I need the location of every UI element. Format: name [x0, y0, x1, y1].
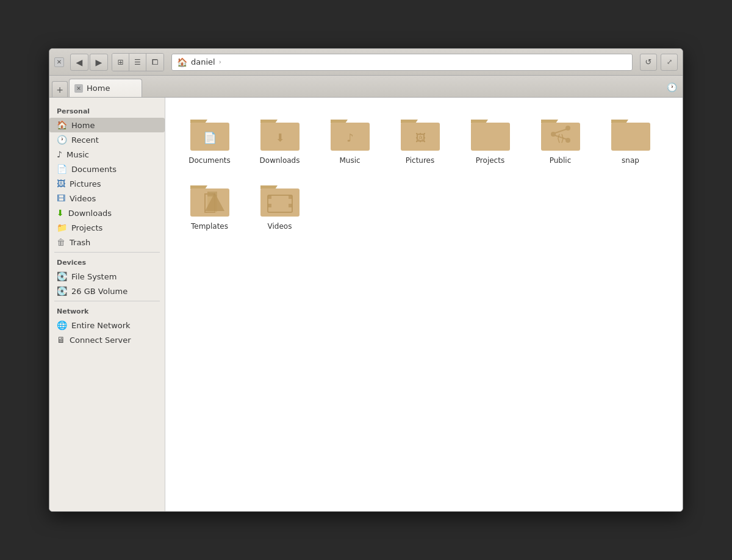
tab-home[interactable]: ✕ Home [69, 79, 142, 97]
svg-rect-25 [268, 204, 271, 207]
folder-icon-music: ♪ [328, 115, 372, 154]
sidebar-item-label: Documents [71, 165, 117, 174]
sidebar-divider-2 [54, 301, 160, 301]
sidebar-item-pictures[interactable]: 🖼 Pictures [49, 176, 165, 191]
file-item-documents[interactable]: 📄 Documents [178, 110, 242, 170]
reload-button[interactable]: ↺ [640, 54, 657, 71]
back-button[interactable]: ◀ [70, 54, 88, 71]
expand-icon: ⤢ [667, 58, 672, 66]
sidebar-item-volume[interactable]: 💽 26 GB Volume [49, 284, 165, 298]
sidebar-item-label: Trash [70, 238, 90, 247]
svg-rect-24 [268, 195, 271, 199]
file-item-public[interactable]: ⟨⟩ Public [528, 110, 592, 170]
sidebar-item-recent[interactable]: 🕐 Recent [49, 132, 165, 147]
file-item-music[interactable]: ♪ Music [318, 110, 382, 170]
folder-icon-pictures: 🖼 [398, 115, 442, 154]
pictures-icon: 🖼 [57, 179, 65, 188]
recent-icon: 🕐 [57, 135, 67, 145]
tabbar: + ✕ Home 🕐 [49, 76, 683, 98]
titlebar: ✕ ◀ ▶ ⊞ ☰ ⧠ 🏠 daniel › ↺ [49, 49, 683, 76]
expand-button[interactable]: ⤢ [661, 54, 678, 71]
file-item-snap[interactable]: snap [598, 110, 662, 170]
grid-icon: ⊞ [117, 58, 123, 66]
file-label: Documents [188, 156, 230, 165]
addressbar[interactable]: 🏠 daniel › [171, 54, 633, 71]
list-icon: ☰ [134, 58, 141, 66]
sidebar-item-entirenetwork[interactable]: 🌐 Entire Network [49, 318, 165, 332]
sidebar-item-projects[interactable]: 📁 Projects [49, 220, 165, 235]
file-item-projects[interactable]: Projects [458, 110, 522, 170]
nav-buttons: ◀ ▶ [70, 54, 108, 71]
history-button[interactable]: 🕐 [664, 80, 679, 95]
sidebar-item-label: Connect Server [70, 336, 131, 345]
home-icon: 🏠 [57, 120, 67, 130]
close-button[interactable]: ✕ [54, 57, 64, 67]
svg-text:⬇: ⬇ [275, 131, 284, 144]
sidebar-item-label: Videos [70, 194, 96, 203]
sidebar-item-videos[interactable]: 🎞 Videos [49, 191, 165, 206]
sidebar-item-filesystem[interactable]: 💽 File System [49, 269, 165, 284]
folder-icon-videos [258, 181, 302, 220]
documents-icon: 📄 [57, 164, 67, 174]
file-label: Music [339, 156, 360, 165]
svg-text:📄: 📄 [203, 131, 217, 145]
forward-icon: ▶ [96, 57, 102, 67]
tab-close-button[interactable]: ✕ [74, 84, 83, 93]
music-icon: ♪ [57, 149, 62, 159]
sidebar-item-connectserver[interactable]: 🖥 Connect Server [49, 332, 165, 347]
file-grid: 📄 Documents ⬇ Downloads [178, 110, 670, 235]
file-area: 📄 Documents ⬇ Downloads [165, 98, 683, 511]
sidebar-item-downloads[interactable]: ⬇ Downloads [49, 206, 165, 220]
home-icon: 🏠 [177, 57, 187, 67]
sidebar-item-trash[interactable]: 🗑 Trash [49, 235, 165, 249]
svg-rect-16 [611, 123, 650, 151]
filesystem-icon: 💽 [57, 271, 67, 281]
view-split-button[interactable]: ⧠ [146, 54, 163, 71]
folder-icon-projects [468, 115, 512, 154]
sidebar: Personal 🏠 Home 🕐 Recent ♪ Music 📄 Docum… [49, 98, 165, 511]
server-icon: 🖥 [57, 335, 65, 345]
trash-icon: 🗑 [57, 237, 65, 247]
sidebar-item-label: Home [71, 121, 95, 130]
split-icon: ⧠ [151, 58, 159, 66]
svg-text:🖼: 🖼 [415, 132, 425, 144]
network-section-label: Network [49, 304, 165, 318]
sidebar-item-label: Recent [71, 135, 99, 145]
svg-rect-8 [471, 123, 510, 151]
main-area: Personal 🏠 Home 🕐 Recent ♪ Music 📄 Docum… [49, 98, 683, 511]
new-tab-button[interactable]: + [52, 81, 68, 97]
file-label: snap [622, 156, 639, 165]
sidebar-divider-1 [54, 252, 160, 253]
chevron-icon: › [219, 59, 221, 65]
sidebar-item-label: Music [66, 150, 89, 159]
view-list-button[interactable]: ☰ [129, 54, 146, 71]
file-label: Videos [268, 222, 292, 231]
file-item-downloads[interactable]: ⬇ Downloads [248, 110, 312, 170]
forward-button[interactable]: ▶ [90, 54, 108, 71]
file-item-pictures[interactable]: 🖼 Pictures [388, 110, 452, 170]
sidebar-item-home[interactable]: 🏠 Home [49, 118, 165, 132]
file-label: Projects [476, 156, 504, 165]
file-manager-window: ✕ ◀ ▶ ⊞ ☰ ⧠ 🏠 daniel › ↺ [49, 48, 683, 512]
file-label: Pictures [406, 156, 435, 165]
svg-rect-27 [289, 204, 292, 207]
file-item-templates[interactable]: Templates [178, 176, 242, 235]
view-grid-button[interactable]: ⊞ [112, 54, 129, 71]
back-icon: ◀ [76, 57, 83, 67]
sidebar-item-documents[interactable]: 📄 Documents [49, 162, 165, 176]
network-icon: 🌐 [57, 320, 67, 330]
folder-icon-public: ⟨⟩ [539, 115, 583, 154]
projects-icon: 📁 [57, 223, 67, 232]
folder-icon-snap [609, 115, 653, 154]
sidebar-item-label: 26 GB Volume [71, 287, 127, 296]
sidebar-item-music[interactable]: ♪ Music [49, 147, 165, 162]
address-text: daniel [191, 57, 215, 66]
tab-label: Home [87, 84, 110, 93]
svg-text:♪: ♪ [346, 131, 354, 144]
sidebar-item-label: Entire Network [71, 321, 131, 330]
history-icon: 🕐 [667, 82, 677, 92]
svg-rect-26 [289, 195, 292, 199]
file-item-videos[interactable]: Videos [248, 176, 312, 235]
folder-icon-templates [188, 181, 232, 220]
folder-icon-documents: 📄 [188, 115, 232, 154]
